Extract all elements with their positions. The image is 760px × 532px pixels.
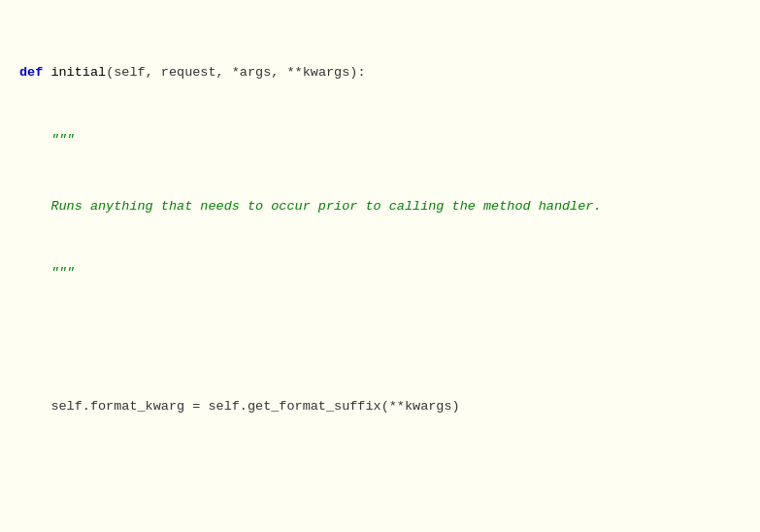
keyword-def: def [19, 65, 43, 80]
code-line-2: """ [19, 129, 741, 151]
format-kwarg-line: self.format_kwarg = self.get_format_suff… [19, 399, 460, 414]
code-line-1: def initial(self, request, *args, **kwar… [19, 62, 741, 84]
code-line-4: """ [19, 262, 741, 284]
docstring-close: """ [19, 265, 75, 280]
code-line-6: self.format_kwarg = self.get_format_suff… [19, 396, 741, 418]
code-block: def initial(self, request, *args, **kwar… [0, 0, 760, 532]
code-line-5 [19, 329, 741, 351]
docstring-text: Runs anything that needs to occur prior … [19, 199, 602, 214]
function-name: initial [50, 65, 106, 80]
code-line-7 [19, 463, 741, 485]
docstring-open: """ [19, 132, 75, 147]
code-line-3: Runs anything that needs to occur prior … [19, 196, 741, 218]
